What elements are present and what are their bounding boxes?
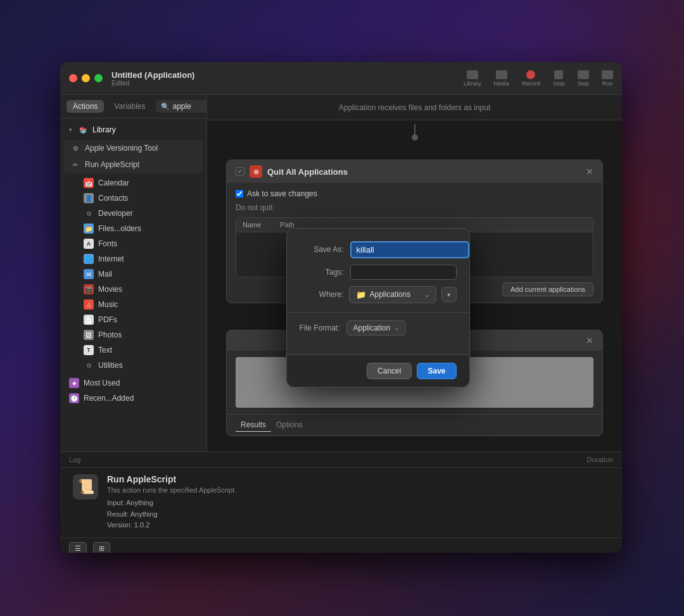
- folder-icon: 📁: [356, 290, 366, 299]
- run-icon: [602, 70, 613, 79]
- music-icon: ♫: [84, 299, 94, 310]
- toolbar-step[interactable]: Step: [577, 70, 589, 87]
- tags-input[interactable]: [350, 265, 457, 280]
- card-tabs: Results Options: [227, 414, 602, 436]
- calendar-icon: 📅: [84, 178, 94, 188]
- where-select[interactable]: 📁 Applications ⌄: [349, 286, 436, 303]
- sidebar-item-files[interactable]: 📁 Files...olders: [60, 221, 206, 236]
- quit-icon: ⊗: [253, 168, 259, 176]
- applescript-glyph: 📜: [77, 479, 94, 495]
- input-value: Anything: [126, 499, 153, 506]
- minimize-button[interactable]: [82, 74, 90, 82]
- sidebar-item-library[interactable]: ▾ 📚 Library: [60, 122, 206, 137]
- developer-label: Developer: [98, 209, 133, 218]
- do-not-quit-row: Do not quit:: [236, 203, 593, 212]
- ask-to-save-label: Ask to save changes: [247, 189, 317, 198]
- media-icon: [496, 70, 507, 79]
- bottom-toolbar-btn-1[interactable]: ☰: [69, 542, 87, 553]
- most-used-label: Most Used: [84, 379, 120, 387]
- add-applications-button[interactable]: Add current applications: [502, 282, 593, 296]
- files-label: Files...olders: [98, 224, 141, 233]
- sidebar-item-most-used[interactable]: ★ Most Used: [60, 375, 206, 391]
- tab-options[interactable]: Options: [271, 418, 307, 432]
- format-select[interactable]: Application ⌄: [346, 320, 407, 336]
- input-label: Input:: [107, 499, 125, 506]
- second-card-close[interactable]: ✕: [586, 336, 593, 346]
- sidebar-item-utilities[interactable]: ⚙ Utilities: [60, 358, 206, 373]
- internet-icon: 🌐: [84, 254, 94, 264]
- sidebar-item-photos[interactable]: 🖼 Photos: [60, 327, 206, 343]
- sidebar-item-mail[interactable]: ✉ Mail: [60, 267, 206, 282]
- utilities-label: Utilities: [98, 361, 123, 370]
- pdfs-icon: 📄: [84, 315, 94, 325]
- script-item-run-applescript[interactable]: ✏ Run AppleScript: [64, 156, 203, 173]
- toolbar-media[interactable]: Media: [493, 70, 509, 87]
- run-script-title: Run AppleScript: [107, 474, 236, 484]
- fonts-icon: A: [84, 239, 94, 249]
- contacts-icon: 👤: [84, 193, 94, 203]
- most-used-icon: ★: [69, 378, 79, 388]
- sidebar-list: ▾ 📚 Library ⚙ Apple Versioning Tool ✏ Ru…: [60, 118, 206, 451]
- sidebar-item-music[interactable]: ♫ Music: [60, 297, 206, 312]
- save-button[interactable]: Save: [417, 363, 456, 379]
- sidebar-library-label: Library: [92, 125, 116, 134]
- run-meta: Input: Anything Result: Anything Version…: [107, 498, 236, 531]
- window-subtitle: Edited: [111, 80, 194, 87]
- sidebar-item-text[interactable]: T Text: [60, 343, 206, 358]
- sidebar-item-calendar[interactable]: 📅 Calendar: [60, 175, 206, 191]
- tab-actions[interactable]: Actions: [66, 100, 104, 113]
- sidebar-item-fonts[interactable]: A Fonts: [60, 236, 206, 251]
- tab-results[interactable]: Results: [236, 418, 271, 432]
- movies-label: Movies: [98, 285, 122, 294]
- card-close-button[interactable]: ✕: [586, 167, 593, 177]
- save-as-input[interactable]: [350, 241, 469, 258]
- dialog-buttons: Cancel Save: [287, 355, 469, 387]
- toolbar-record[interactable]: Record: [522, 70, 540, 87]
- sidebar-item-contacts[interactable]: 👤 Contacts: [60, 191, 206, 206]
- applescript-icon: ✏: [70, 160, 80, 170]
- files-icon: 📁: [84, 223, 94, 234]
- run-applescript-info: 📜 Run AppleScript This action runs the s…: [60, 468, 622, 537]
- sidebar-item-movies[interactable]: 🎬 Movies: [60, 282, 206, 297]
- script-item-apple-versioning[interactable]: ⚙ Apple Versioning Tool: [64, 140, 203, 156]
- text-label: Text: [98, 346, 112, 355]
- tab-variables[interactable]: Variables: [108, 100, 151, 113]
- movies-icon: 🎬: [84, 284, 94, 294]
- calendar-label: Calendar: [98, 179, 129, 187]
- save-as-label: Save As:: [300, 245, 344, 254]
- toolbar-library[interactable]: Library: [464, 70, 481, 87]
- fullscreen-button[interactable]: [94, 74, 103, 82]
- do-not-quit-label: Do not quit:: [236, 203, 274, 212]
- record-label: Record: [522, 80, 540, 87]
- recently-added-icon: 🕐: [69, 393, 79, 403]
- sidebar-item-pdfs[interactable]: 📄 PDFs: [60, 312, 206, 327]
- card-checkbox[interactable]: ✓: [236, 167, 244, 176]
- stop-icon: [554, 70, 563, 79]
- applescript-label: Run AppleScript: [85, 160, 139, 169]
- sidebar-item-internet[interactable]: 🌐 Internet: [60, 251, 206, 267]
- record-icon: [526, 70, 535, 79]
- text-icon: T: [84, 345, 94, 355]
- ask-to-save-checkbox[interactable]: [236, 190, 243, 198]
- toolbar-run[interactable]: Run: [602, 70, 613, 87]
- sidebar-item-recently-added[interactable]: 🕐 Recen...Added: [60, 391, 206, 406]
- bottom-toolbar-btn-2[interactable]: ⊞: [93, 542, 110, 553]
- expand-button[interactable]: ▾: [441, 287, 457, 302]
- tags-row: Tags:: [300, 265, 457, 280]
- cancel-button[interactable]: Cancel: [367, 363, 412, 379]
- fonts-label: Fonts: [98, 239, 117, 248]
- utilities-icon: ⚙: [84, 360, 94, 370]
- dialog-divider: [287, 312, 469, 313]
- media-label: Media: [493, 80, 509, 87]
- mail-label: Mail: [98, 270, 112, 279]
- versioning-icon: ⚙: [70, 143, 80, 153]
- toolbar-icon-2: ⊞: [99, 544, 104, 553]
- card-app-icon: ⊗: [250, 165, 262, 178]
- sidebar-item-developer[interactable]: ⚙ Developer: [60, 206, 206, 221]
- close-button[interactable]: [69, 74, 77, 82]
- format-label: File Format:: [300, 324, 340, 332]
- card-title-area: ✓ ⊗ Quit All Applications: [236, 165, 348, 178]
- toolbar-stop[interactable]: Stop: [553, 70, 565, 87]
- developer-icon: ⚙: [84, 208, 94, 218]
- workflow-input-desc: Application receives files and folders a…: [339, 103, 490, 112]
